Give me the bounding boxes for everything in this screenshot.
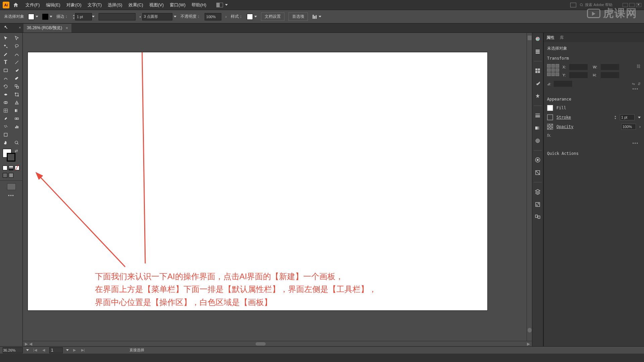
slice-tool[interactable] — [11, 131, 23, 139]
layers-panel-icon[interactable] — [534, 188, 541, 195]
perspective-tool[interactable] — [11, 99, 23, 107]
screen-mode-normal[interactable] — [3, 173, 7, 178]
rotate-tool[interactable] — [0, 82, 11, 90]
appearance-fill-swatch[interactable] — [547, 105, 553, 111]
opacity-flyout[interactable]: › — [225, 14, 227, 19]
document-tab[interactable]: 36.26% (RGB/预览) × — [23, 24, 71, 33]
mesh-tool[interactable] — [0, 107, 11, 115]
stroke-swatch[interactable] — [42, 14, 48, 20]
menu-type[interactable]: 文字(T) — [88, 2, 102, 8]
menu-view[interactable]: 视图(V) — [149, 2, 164, 8]
shaper-tool[interactable] — [0, 74, 11, 82]
w-input[interactable] — [601, 64, 619, 70]
transparency-panel-icon[interactable] — [534, 137, 541, 144]
menu-window[interactable]: 窗口(W) — [170, 2, 185, 8]
canvas-area[interactable]: 下面我们来认识一下AI的操作界面，点击AI界面的【新建】一个画板， 在界面上方是… — [23, 33, 532, 346]
menu-edit[interactable]: 编辑(E) — [46, 2, 60, 8]
hand-tool[interactable] — [0, 139, 11, 147]
brush-input[interactable] — [142, 13, 172, 20]
fill-stroke-control[interactable]: ⇄ — [1, 149, 21, 162]
lasso-tool[interactable] — [11, 42, 23, 50]
symbol-sprayer-tool[interactable] — [0, 123, 11, 131]
stroke-stepper-panel[interactable]: ▲▼ — [614, 115, 616, 120]
artboard-first[interactable]: |◀ — [32, 348, 38, 352]
transform-more[interactable]: ••• — [632, 87, 639, 92]
menu-file[interactable]: 文件(F) — [25, 2, 40, 8]
menu-select[interactable]: 选择(S) — [108, 2, 122, 8]
appearance-opacity-swatch[interactable] — [547, 124, 553, 130]
appearance-more[interactable]: ••• — [632, 141, 639, 146]
artboard-last[interactable]: ▶| — [80, 348, 86, 352]
opacity-flyout-panel[interactable]: › — [639, 124, 641, 129]
layout-icon[interactable] — [570, 3, 576, 7]
graph-tool[interactable] — [11, 123, 23, 131]
angle-input[interactable] — [554, 81, 572, 87]
curvature-tool[interactable] — [11, 50, 23, 58]
zoom-dropdown[interactable] — [26, 349, 29, 351]
flip-h-icon[interactable]: ⇋ — [632, 82, 635, 86]
blend-tool[interactable] — [11, 115, 23, 123]
doc-setup-button[interactable]: 文档设置 — [261, 12, 284, 21]
menu-effect[interactable]: 效果(C) — [128, 2, 143, 8]
artboard-prev[interactable]: ◀ — [41, 348, 46, 352]
style-dropdown[interactable] — [254, 16, 257, 17]
scale-tool[interactable] — [11, 82, 23, 90]
eyedropper-tool[interactable] — [0, 115, 11, 123]
menu-object[interactable]: 对象(O) — [66, 2, 82, 8]
reference-point[interactable] — [547, 64, 559, 76]
brush-dropdown[interactable] — [174, 16, 176, 17]
type-tool[interactable]: T — [0, 58, 11, 66]
align-icon[interactable] — [312, 14, 317, 19]
swap-fill-stroke-icon[interactable]: ⇄ — [15, 149, 18, 153]
stroke-box[interactable] — [7, 153, 15, 162]
artboard-number[interactable] — [49, 347, 63, 353]
artboard[interactable]: 下面我们来认识一下AI的操作界面，点击AI界面的【新建】一个画板， 在界面上方是… — [28, 52, 487, 310]
artboards-panel-icon[interactable] — [534, 214, 541, 221]
pen-tool[interactable] — [0, 50, 11, 58]
h-input[interactable] — [601, 72, 619, 78]
fill-swatch[interactable] — [28, 14, 34, 20]
graphic-styles-icon[interactable] — [534, 169, 541, 176]
rectangle-tool[interactable] — [0, 66, 11, 74]
color-guide-icon[interactable] — [534, 48, 541, 55]
stroke-dropdown[interactable] — [50, 16, 52, 17]
vertical-scrollbar[interactable] — [527, 33, 532, 341]
color-panel-icon[interactable] — [534, 36, 541, 42]
paintbrush-tool[interactable] — [11, 66, 23, 74]
direct-selection-tool[interactable] — [11, 34, 23, 42]
screen-mode-full[interactable] — [9, 173, 13, 178]
gradient-tool[interactable] — [11, 107, 23, 115]
arrange-docs-icon[interactable] — [216, 3, 223, 7]
panel-close[interactable]: × — [19, 25, 21, 29]
home-icon[interactable] — [13, 2, 19, 8]
flip-v-icon[interactable]: ⇵ — [638, 82, 641, 86]
appearance-stroke-input[interactable] — [620, 114, 635, 120]
fill-dropdown[interactable] — [36, 16, 38, 17]
zoom-select[interactable] — [3, 347, 23, 353]
color-mode-gradient[interactable] — [9, 166, 13, 170]
color-mode-none[interactable]: ╱ — [15, 166, 19, 170]
stroke-dropdown-panel[interactable] — [638, 117, 641, 118]
artboard-next[interactable]: ▶ — [72, 348, 77, 352]
style-swatch[interactable] — [247, 14, 253, 20]
brushes-panel-icon[interactable] — [534, 80, 541, 87]
zoom-tool[interactable] — [11, 139, 23, 147]
tab-library[interactable]: 库 — [560, 35, 564, 41]
stroke-weight-input[interactable] — [75, 13, 92, 20]
eraser-tool[interactable] — [11, 74, 23, 82]
arrange-dropdown[interactable] — [225, 4, 228, 6]
tab-properties[interactable]: 属性 — [546, 35, 554, 41]
edit-toolbar[interactable]: ••• — [0, 191, 22, 200]
opacity-input[interactable] — [205, 13, 221, 20]
appearance-opacity-input[interactable] — [621, 124, 636, 130]
symbols-panel-icon[interactable] — [534, 93, 541, 100]
shape-builder-tool[interactable] — [0, 99, 11, 107]
menu-help[interactable]: 帮助(H) — [192, 2, 206, 8]
free-transform-tool[interactable] — [11, 90, 23, 99]
var-width-profile[interactable] — [99, 13, 136, 20]
fx-label[interactable]: fx. — [547, 133, 551, 138]
artboard-dropdown[interactable] — [66, 349, 69, 351]
appearance-panel-icon[interactable] — [534, 157, 541, 163]
draw-mode[interactable] — [7, 183, 16, 190]
width-tool[interactable] — [0, 90, 11, 99]
